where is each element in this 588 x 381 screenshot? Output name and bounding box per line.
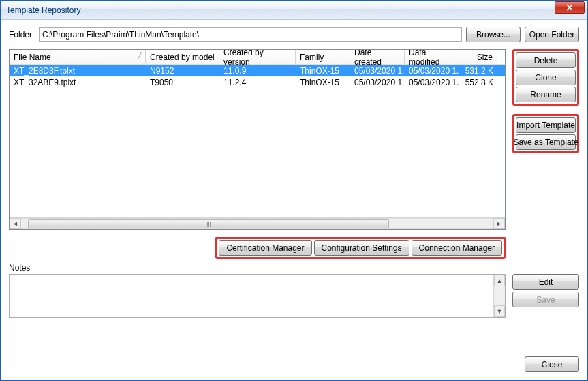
- chevron-up-icon: ▲: [497, 277, 503, 284]
- save-as-template-button[interactable]: Save as Template: [516, 134, 576, 150]
- close-button[interactable]: Close: [525, 356, 579, 372]
- cell-version: 11.2.4: [219, 76, 296, 88]
- cell-created: 05/03/2020 1...: [350, 76, 405, 88]
- horizontal-scrollbar[interactable]: ◄ ►: [10, 217, 505, 229]
- col-size[interactable]: Size: [459, 50, 497, 64]
- col-created-by-version[interactable]: Created by version: [219, 50, 296, 64]
- sort-indicator-icon: ╱: [138, 52, 141, 59]
- col-data-modified[interactable]: Data modified: [405, 50, 459, 64]
- cell-file: XT_2E8D3F.tplxt: [10, 65, 146, 76]
- notes-textarea[interactable]: ▲ ▼: [9, 274, 506, 318]
- dialog-footer: Close: [9, 348, 579, 372]
- cell-model: N9152: [146, 65, 219, 76]
- scroll-down-button[interactable]: ▼: [494, 305, 505, 317]
- window-body: Folder: C:\Program Files\Praim\ThinMan\T…: [1, 20, 587, 380]
- highlight-group-file-ops: Delete Clone Rename: [512, 49, 579, 106]
- chevron-down-icon: ▼: [497, 308, 503, 315]
- template-repository-window: Template Repository Folder: C:\Program F…: [0, 0, 588, 381]
- col-date-created[interactable]: Date created: [350, 50, 405, 64]
- window-title: Template Repository: [6, 5, 585, 15]
- scroll-track[interactable]: [21, 218, 493, 229]
- chevron-right-icon: ►: [496, 220, 502, 227]
- notes-column: Notes ▲ ▼: [9, 263, 506, 318]
- notes-row: Notes ▲ ▼ Edit Save: [9, 263, 579, 318]
- col-created-by-model[interactable]: Created by model: [146, 50, 219, 64]
- scroll-right-button[interactable]: ►: [493, 218, 505, 229]
- cell-size: 552.8 K: [459, 76, 497, 88]
- edit-notes-button[interactable]: Edit: [512, 274, 579, 290]
- scroll-grip-icon: [206, 222, 211, 227]
- notes-buttons: Edit Save: [512, 263, 579, 318]
- table-container: File Name ╱ Created by model Created by …: [9, 49, 506, 230]
- rename-button[interactable]: Rename: [516, 87, 576, 102]
- scroll-left-button[interactable]: ◄: [10, 218, 21, 229]
- templates-table: File Name ╱ Created by model Created by …: [9, 49, 506, 230]
- col-file-name[interactable]: File Name ╱: [10, 50, 146, 64]
- highlight-group-template-ops: Import Template Save as Template: [512, 114, 579, 153]
- folder-path-input[interactable]: C:\Program Files\Praim\ThinMan\Template\: [39, 27, 462, 42]
- save-notes-button: Save: [512, 292, 579, 307]
- delete-button[interactable]: Delete: [516, 52, 576, 68]
- main-row: File Name ╱ Created by model Created by …: [9, 49, 579, 230]
- cell-family: ThinOX-15: [296, 65, 350, 76]
- cell-modified: 05/03/2020 1...: [405, 76, 459, 88]
- certification-manager-button[interactable]: Certification Manager: [219, 240, 311, 256]
- folder-label: Folder:: [9, 30, 35, 40]
- cell-file: XT_32ABE9.tplxt: [10, 76, 146, 88]
- notes-label: Notes: [9, 263, 506, 273]
- col-family[interactable]: Family: [296, 50, 350, 64]
- highlight-group-managers: Certification Manager Configuration Sett…: [215, 237, 506, 259]
- clone-button[interactable]: Clone: [516, 70, 576, 85]
- scroll-track[interactable]: [494, 286, 505, 305]
- table-header: File Name ╱ Created by model Created by …: [10, 50, 505, 65]
- cell-size: 531.2 K: [459, 65, 497, 76]
- cell-created: 05/03/2020 1...: [350, 65, 405, 76]
- titlebar: Template Repository: [1, 1, 587, 20]
- folder-path-text: C:\Program Files\Praim\ThinMan\Template\: [42, 30, 199, 40]
- scroll-thumb[interactable]: [28, 219, 389, 228]
- import-template-button[interactable]: Import Template: [516, 117, 576, 133]
- table-row[interactable]: XT_32ABE9.tplxt T9050 11.2.4 ThinOX-15 0…: [10, 76, 505, 88]
- connection-manager-button[interactable]: Connection Manager: [412, 240, 502, 256]
- notes-vertical-scrollbar[interactable]: ▲ ▼: [493, 275, 505, 317]
- cell-version: 11.0.9: [219, 65, 296, 76]
- cell-family: ThinOX-15: [296, 76, 350, 88]
- table-body: XT_2E8D3F.tplxt N9152 11.0.9 ThinOX-15 0…: [10, 65, 505, 88]
- configuration-settings-button[interactable]: Configuration Settings: [314, 240, 409, 256]
- scroll-up-button[interactable]: ▲: [494, 275, 505, 286]
- cell-model: T9050: [146, 76, 219, 88]
- open-folder-button[interactable]: Open Folder: [525, 27, 579, 42]
- close-icon: [566, 4, 573, 11]
- middle-button-row-wrap: Certification Manager Configuration Sett…: [9, 237, 579, 259]
- table-row[interactable]: XT_2E8D3F.tplxt N9152 11.0.9 ThinOX-15 0…: [10, 65, 505, 76]
- cell-modified: 05/03/2020 1...: [405, 65, 459, 76]
- browse-button[interactable]: Browse...: [466, 27, 521, 42]
- folder-row: Folder: C:\Program Files\Praim\ThinMan\T…: [9, 27, 579, 42]
- window-close-button[interactable]: [555, 1, 585, 14]
- right-button-panel: Delete Clone Rename Import Template Save…: [512, 49, 579, 230]
- chevron-left-icon: ◄: [12, 220, 18, 227]
